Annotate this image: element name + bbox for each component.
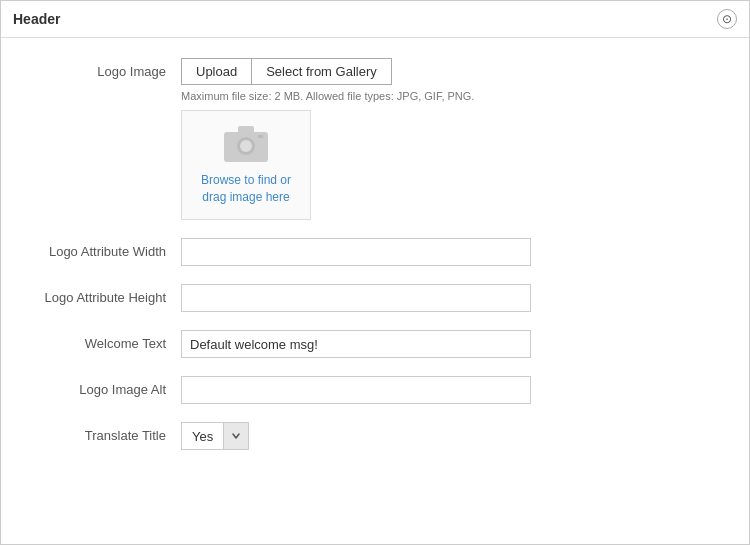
logo-image-row: Logo Image Upload Select from Gallery Ma… <box>31 58 719 220</box>
logo-height-input[interactable] <box>181 284 531 312</box>
browse-link[interactable]: Browse to find ordrag image here <box>201 172 291 206</box>
svg-point-2 <box>240 140 252 152</box>
logo-alt-input[interactable] <box>181 376 531 404</box>
welcome-text-row: Welcome Text <box>31 330 719 358</box>
translate-title-select-wrapper: Yes <box>181 422 719 450</box>
logo-alt-row: Logo Image Alt <box>31 376 719 404</box>
logo-image-label: Logo Image <box>31 58 181 79</box>
svg-rect-4 <box>258 135 263 138</box>
logo-width-row: Logo Attribute Width <box>31 238 719 266</box>
translate-title-label: Translate Title <box>31 422 181 443</box>
logo-width-label: Logo Attribute Width <box>31 238 181 259</box>
collapse-button[interactable]: ⊙ <box>717 9 737 29</box>
translate-title-dropdown-button[interactable] <box>223 422 249 450</box>
header-panel: Header ⊙ Logo Image Upload Select from G… <box>0 0 750 545</box>
welcome-text-content <box>181 330 719 358</box>
translate-title-content: Yes <box>181 422 719 450</box>
panel-body: Logo Image Upload Select from Gallery Ma… <box>1 38 749 488</box>
panel-title: Header <box>13 11 60 27</box>
svg-rect-3 <box>238 126 254 133</box>
upload-button[interactable]: Upload <box>181 58 251 85</box>
translate-title-row: Translate Title Yes <box>31 422 719 450</box>
logo-height-label: Logo Attribute Height <box>31 284 181 305</box>
camera-icon <box>222 124 270 164</box>
logo-alt-label: Logo Image Alt <box>31 376 181 397</box>
logo-image-content: Upload Select from Gallery Maximum file … <box>181 58 719 220</box>
panel-header: Header ⊙ <box>1 1 749 38</box>
welcome-text-input[interactable] <box>181 330 531 358</box>
logo-height-content <box>181 284 719 312</box>
welcome-text-label: Welcome Text <box>31 330 181 351</box>
chevron-down-icon <box>231 431 241 441</box>
logo-height-row: Logo Attribute Height <box>31 284 719 312</box>
image-drop-zone[interactable]: Browse to find ordrag image here <box>181 110 311 220</box>
logo-width-input[interactable] <box>181 238 531 266</box>
logo-image-buttons: Upload Select from Gallery <box>181 58 719 85</box>
logo-alt-content <box>181 376 719 404</box>
logo-width-content <box>181 238 719 266</box>
file-hint: Maximum file size: 2 MB. Allowed file ty… <box>181 90 719 102</box>
select-gallery-button[interactable]: Select from Gallery <box>251 58 392 85</box>
translate-title-value: Yes <box>181 422 223 450</box>
